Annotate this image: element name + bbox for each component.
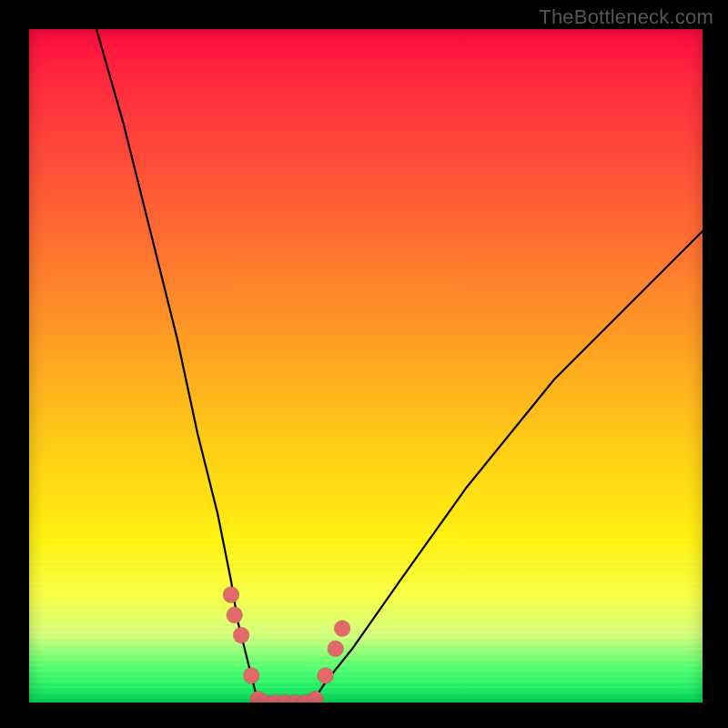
data-marker	[334, 621, 350, 637]
data-marker	[227, 607, 243, 623]
data-marker	[223, 587, 239, 603]
data-marker	[328, 641, 344, 657]
data-marker	[233, 627, 249, 643]
curve-right-branch	[312, 231, 703, 703]
data-marker	[308, 691, 324, 703]
plot-area	[29, 29, 703, 703]
watermark-label: TheBottleneck.com	[539, 5, 713, 29]
marker-group	[223, 587, 350, 703]
data-marker	[243, 667, 259, 683]
data-marker	[318, 667, 334, 683]
chart-stage: TheBottleneck.com	[0, 0, 728, 728]
curve-layer	[29, 29, 703, 703]
